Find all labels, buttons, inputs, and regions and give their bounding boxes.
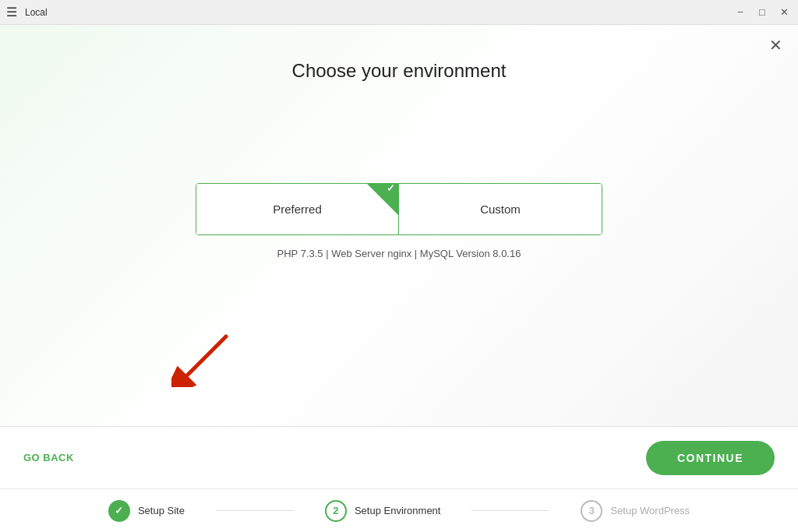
svg-line-1 bbox=[187, 336, 226, 375]
environment-options: Preferred Custom bbox=[196, 183, 602, 235]
step-1-circle: ✓ bbox=[108, 500, 130, 522]
step-3-number: 3 bbox=[589, 505, 595, 516]
step-divider-1 bbox=[216, 510, 294, 511]
app-title: Local bbox=[25, 7, 48, 18]
continue-button[interactable]: CONTINUE bbox=[646, 441, 775, 475]
titlebar-left: ☰ Local bbox=[6, 5, 48, 19]
check-corner bbox=[367, 184, 398, 215]
window-close-button[interactable]: ✕ bbox=[776, 5, 792, 20]
environment-info: PHP 7.3.5 | Web Server nginx | MySQL Ver… bbox=[277, 248, 521, 259]
preferred-label: Preferred bbox=[273, 203, 322, 216]
step-3-circle: 3 bbox=[581, 500, 602, 522]
step-2-circle: 2 bbox=[325, 500, 347, 522]
step-1-check-icon: ✓ bbox=[115, 505, 123, 516]
bottom-bar: GO BACK CONTINUE bbox=[0, 426, 798, 488]
main-content: ✕ Choose your environment Preferred Cust… bbox=[0, 25, 798, 426]
window-controls: − □ ✕ bbox=[733, 5, 792, 20]
modal-close-button[interactable]: ✕ bbox=[769, 37, 782, 53]
step-3-label: Setup WordPress bbox=[610, 505, 690, 516]
step-1-label: Setup Site bbox=[138, 505, 185, 516]
preferred-option[interactable]: Preferred bbox=[196, 184, 399, 234]
custom-option[interactable]: Custom bbox=[399, 184, 602, 234]
titlebar: ☰ Local − □ ✕ bbox=[0, 0, 798, 25]
page-title: Choose your environment bbox=[292, 60, 507, 82]
steps-bar: ✓ Setup Site 2 Setup Environment 3 Setup… bbox=[0, 488, 798, 532]
step-divider-2 bbox=[471, 510, 549, 511]
step-3: 3 Setup WordPress bbox=[549, 500, 721, 522]
step-2-label: Setup Environment bbox=[355, 505, 441, 516]
step-2-number: 2 bbox=[333, 505, 338, 516]
arrow-annotation bbox=[171, 333, 234, 390]
custom-label: Custom bbox=[480, 203, 521, 216]
minimize-button[interactable]: − bbox=[733, 5, 748, 20]
environment-section: Preferred Custom PHP 7.3.5 | Web Server … bbox=[196, 183, 602, 259]
step-2: 2 Setup Environment bbox=[294, 500, 472, 522]
maximize-button[interactable]: □ bbox=[754, 5, 770, 20]
step-1: ✓ Setup Site bbox=[77, 500, 216, 522]
go-back-button[interactable]: GO BACK bbox=[23, 452, 74, 463]
menu-icon[interactable]: ☰ bbox=[6, 5, 17, 19]
red-arrow-icon bbox=[171, 333, 234, 387]
